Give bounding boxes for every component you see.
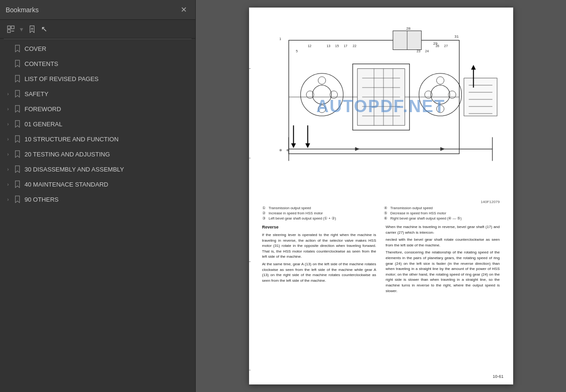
caption-col-right: ④Transmission output speed⑤Decrease in s… [384,206,500,221]
collapse-all-button[interactable] [5,24,17,34]
bookmark-icon-others [13,196,22,203]
sidebar-item-label-others: 90 OTHERS [25,196,58,203]
paragraph-0: If the steering lever is operated to the… [262,232,376,260]
caption-item-5: ⑥Right bevel gear shaft output speed (④ … [384,216,500,220]
sidebar-item-label-disassembly: 30 DISASSEMBLY AND ASSEMBLY [25,166,124,173]
caption-num-3: ④ [384,206,389,210]
caption-num-1: ② [262,211,267,215]
caption-num-4: ⑤ [384,211,389,215]
sidebar-item-structure[interactable]: ›10 STRUCTURE AND FUNCTION [0,131,195,147]
caption-text-2: Left bevel gear shaft output speed (① + … [269,216,336,220]
expand-arrow-testing[interactable]: › [4,152,12,157]
svg-text:22: 22 [352,45,356,48]
expand-arrow-safety[interactable]: › [4,91,12,97]
caption-text-1: Increase in speed from HSS motor [269,211,323,215]
bookmark-icon-contents [13,60,22,67]
sidebar-title: Bookmarks [6,6,39,14]
bookmark-list: COVERCONTENTSLIST OF REVISED PAGES›SAFET… [0,39,195,392]
page-number: 10-61 [492,374,503,379]
page-inner: 31 29 28 1 5 12 13 15 17 22 23 24 26 27 [249,8,513,384]
sidebar: Bookmarks ✕ ▾ ↖ COVERCONTENTSLIST OF REV… [0,0,196,392]
close-button[interactable]: ✕ [178,5,190,15]
sidebar-item-label-revised: LIST OF REVISED PAGES [25,75,99,82]
svg-text:24: 24 [425,49,429,53]
bookmark-icon-revised [13,75,22,82]
cursor-indicator: ↖ [41,24,47,33]
sidebar-item-others[interactable]: ›90 OTHERS [0,192,195,207]
figure-number: 140F12079 [260,200,502,204]
caption-text-3: Transmission output speed [391,206,433,210]
sidebar-item-label-contents: CONTENTS [25,60,58,67]
bookmark-icon-testing [13,150,22,158]
bookmark-icon-general [13,120,22,128]
caption-item-1: ②Increase in speed from HSS motor [262,211,378,215]
caption-text-5: Right bevel gear shaft output speed (④ —… [391,216,462,220]
bookmark-icon-cover [13,45,22,52]
sidebar-item-label-safety: SAFETY [25,90,49,98]
svg-text:31: 31 [454,34,458,39]
svg-text:⊕: ⊕ [279,148,282,152]
caption-item-4: ⑤Decrease in speed from HSS motor [384,211,500,215]
sidebar-item-maintenance[interactable]: ›40 MAINTENACE STANDARD [0,177,195,192]
bookmark-icon-safety [13,90,22,98]
sidebar-item-label-general: 01 GENERAL [25,121,62,128]
sidebar-item-label-structure: 10 STRUCTURE AND FUNCTION [25,136,118,143]
collapse-icon [7,25,15,33]
diagram-area: 31 29 28 1 5 12 13 15 17 22 23 24 26 27 [260,17,502,196]
technical-diagram: 31 29 28 1 5 12 13 15 17 22 23 24 26 27 [260,17,502,196]
page-container: — — — — [249,8,513,384]
text-section: Reverse If the steering lever is operate… [260,224,502,294]
sidebar-item-testing[interactable]: ›20 TESTING AND ADJUSTING [0,147,195,162]
svg-rect-47 [464,78,497,116]
add-bookmark-button[interactable] [26,24,38,34]
caption-area: ①Transmission output speed②Increase in s… [260,206,502,221]
sidebar-item-label-maintenance: 40 MAINTENACE STANDARD [25,181,108,188]
sidebar-item-safety[interactable]: ›SAFETY [0,86,195,101]
sidebar-item-contents[interactable]: CONTENTS [0,56,195,71]
bookmark-add-icon [28,25,36,33]
sidebar-item-foreword[interactable]: ›FOREWORD [0,101,195,116]
main-content: ‹ — — — — [196,0,566,392]
svg-text:12: 12 [308,45,311,48]
sidebar-item-general[interactable]: ›01 GENERAL [0,116,195,131]
paragraph-4: Therefore, consicering the relationship … [386,250,500,294]
svg-text:15: 15 [335,45,339,48]
caption-item-2: ③Left bevel gear shaft output speed (① +… [262,216,378,220]
sidebar-item-revised[interactable]: LIST OF REVISED PAGES [0,71,195,86]
caption-item-3: ④Transmission output speed [384,206,500,210]
caption-num-2: ③ [262,216,267,220]
paragraph-3: nected with the bevel gear shaft rotate … [386,237,500,248]
sidebar-item-label-foreword: FOREWORD [25,106,61,113]
svg-text:23: 23 [416,49,420,53]
sidebar-item-disassembly[interactable]: ›30 DISASSEMBLY AND ASSEMBLY [0,162,195,177]
bookmark-icon-structure [13,135,22,143]
svg-text:13: 13 [326,45,330,48]
sidebar-item-cover[interactable]: COVER [0,41,195,56]
svg-text:5: 5 [296,49,298,53]
caption-text-0: Transmission output speed [269,206,311,210]
caption-num-0: ① [262,206,267,210]
expand-arrow-others[interactable]: › [4,197,12,202]
svg-text:1: 1 [279,37,281,41]
svg-rect-1 [11,26,14,29]
expand-arrow-general[interactable]: › [4,122,12,127]
caption-num-5: ⑥ [384,216,389,220]
caption-text-4: Decrease in speed from HSS motor [391,211,446,215]
expand-arrow-disassembly[interactable]: › [4,167,12,172]
svg-rect-2 [8,30,10,33]
caption-item-0: ①Transmission output speed [262,206,378,210]
sidebar-item-label-cover: COVER [25,45,46,52]
expand-arrow-structure[interactable]: › [4,137,12,142]
bookmark-icon-disassembly [13,165,22,173]
svg-text:28: 28 [406,26,410,31]
bookmark-icon-maintenance [13,180,22,188]
svg-text:26: 26 [435,45,439,48]
expand-arrow-maintenance[interactable]: › [4,182,12,187]
paragraph-2: When the machine is traveling in reverse… [386,224,500,235]
sidebar-item-label-testing: 20 TESTING AND ADJUSTING [25,151,110,158]
paragraph-1: At the same time, gear A (13) on the lef… [262,261,376,283]
expand-arrow-foreword[interactable]: › [4,106,12,112]
sidebar-header: Bookmarks ✕ [0,0,195,20]
svg-text:17: 17 [343,45,347,48]
sidebar-toolbar: ▾ ↖ [0,20,195,39]
